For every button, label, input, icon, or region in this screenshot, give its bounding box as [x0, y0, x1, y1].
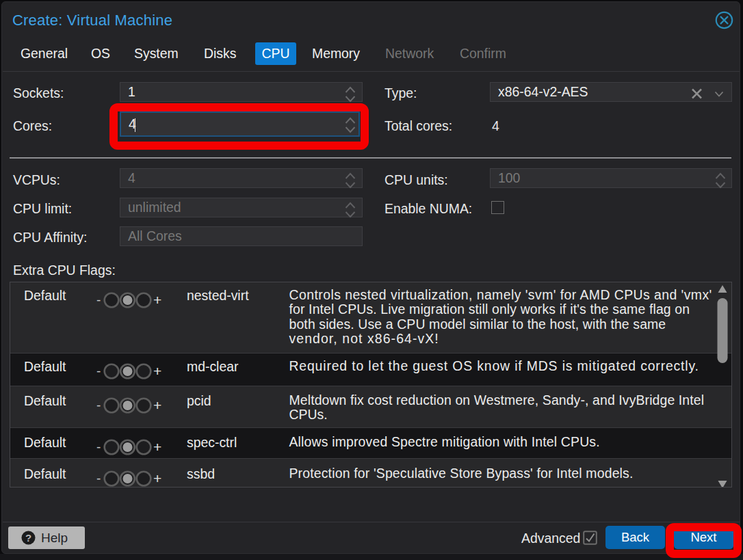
- svg-text:+: +: [153, 439, 161, 455]
- svg-text:+: +: [153, 292, 161, 308]
- svg-text:-: -: [96, 471, 101, 485]
- svg-text:?: ?: [25, 532, 31, 544]
- svg-text:-: -: [96, 398, 101, 412]
- svg-text:-: -: [96, 364, 101, 378]
- svg-text:+: +: [153, 397, 161, 413]
- svg-text:-: -: [96, 440, 101, 454]
- svg-text:-: -: [96, 293, 101, 307]
- svg-text:+: +: [153, 363, 161, 379]
- svg-text:+: +: [153, 470, 161, 486]
